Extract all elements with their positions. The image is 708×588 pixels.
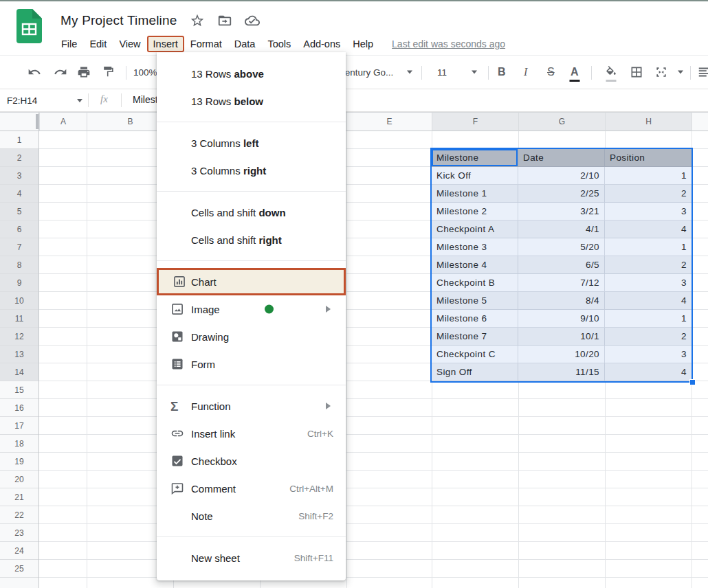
row-header-1[interactable]: 1 [0, 131, 38, 149]
table-cell-position[interactable]: 1 [605, 167, 692, 185]
sheets-logo[interactable] [16, 9, 42, 43]
row-header-25[interactable]: 25 [0, 560, 38, 578]
paint-format-icon[interactable] [102, 66, 115, 79]
redo-icon[interactable] [54, 65, 67, 79]
row-header-6[interactable]: 6 [0, 220, 38, 238]
italic-button[interactable]: I [524, 66, 527, 78]
menu-item-form[interactable]: Form [157, 350, 346, 378]
table-cell-date[interactable]: 7/12 [518, 274, 605, 292]
print-icon[interactable] [77, 65, 91, 79]
table-cell-position[interactable]: 1 [605, 310, 692, 328]
column-header-F[interactable]: F [432, 113, 518, 131]
row-header-21[interactable]: 21 [0, 488, 38, 506]
font-size-caret-icon[interactable] [472, 71, 477, 74]
table-cell-milestone[interactable]: Milestone 4 [432, 256, 518, 274]
font-name-caret-icon[interactable] [407, 71, 412, 74]
menubar-item-tools[interactable]: Tools [261, 36, 297, 52]
row-header-20[interactable]: 20 [0, 471, 38, 488]
table-cell-date[interactable]: 10/1 [518, 328, 605, 346]
strikethrough-button[interactable]: S [547, 66, 555, 78]
borders-icon[interactable] [630, 65, 643, 79]
merge-cells-icon[interactable] [654, 65, 668, 79]
select-all-corner[interactable] [0, 113, 39, 131]
row-header-11[interactable]: 11 [0, 310, 38, 328]
font-size-select[interactable]: 11 [437, 67, 447, 78]
table-cell-date[interactable]: 4/1 [518, 220, 605, 238]
table-cell-date[interactable]: 11/15 [518, 363, 605, 381]
row-header-13[interactable]: 13 [0, 346, 38, 363]
table-cell-position[interactable]: 4 [605, 292, 692, 310]
menu-item-3-columns-right[interactable]: 3 Columns right [157, 157, 346, 184]
row-header-18[interactable]: 18 [0, 435, 38, 453]
menubar-item-addons[interactable]: Add-ons [297, 36, 346, 52]
table-cell-milestone[interactable]: Checkpoint A [432, 220, 518, 238]
table-cell-date[interactable]: 2/10 [518, 167, 605, 185]
table-header-cell-position[interactable]: Position [605, 149, 692, 167]
row-header-24[interactable]: 24 [0, 542, 38, 560]
column-header-H[interactable]: H [605, 113, 692, 131]
table-cell-date[interactable]: 2/25 [518, 185, 605, 203]
table-cell-position[interactable]: 2 [605, 185, 692, 203]
table-cell-milestone[interactable]: Milestone 5 [432, 292, 518, 310]
menubar-item-help[interactable]: Help [346, 36, 379, 52]
folder-move-icon[interactable] [217, 13, 232, 28]
menu-item-note[interactable]: NoteShift+F2 [157, 502, 346, 530]
menubar-item-view[interactable]: View [113, 36, 146, 52]
table-cell-position[interactable]: 2 [605, 256, 692, 274]
menu-item-image[interactable]: Image [157, 295, 346, 323]
table-cell-position[interactable]: 3 [605, 346, 692, 363]
menubar-item-data[interactable]: Data [228, 36, 262, 52]
menu-item-new-sheet[interactable]: New sheetShift+F11 [157, 544, 346, 572]
table-cell-milestone[interactable]: Sign Off [432, 363, 518, 381]
merge-cells-caret-icon[interactable] [678, 71, 683, 74]
row-header-14[interactable]: 14 [0, 363, 38, 381]
selected-range-table[interactable]: MilestoneDatePositionKick Off2/101Milest… [430, 148, 693, 383]
row-header-9[interactable]: 9 [0, 274, 38, 292]
menu-item-13-rows-below[interactable]: 13 Rows below [157, 87, 346, 115]
bold-button[interactable]: B [498, 66, 506, 78]
table-cell-date[interactable]: 5/20 [518, 238, 605, 256]
fill-color-icon[interactable] [605, 66, 617, 78]
menu-item-cells-and-shift-down[interactable]: Cells and shift down [157, 199, 346, 226]
row-header-16[interactable]: 16 [0, 399, 38, 417]
row-header-17[interactable]: 17 [0, 417, 38, 435]
table-cell-milestone[interactable]: Milestone 2 [432, 203, 518, 220]
table-cell-milestone[interactable]: Kick Off [432, 167, 518, 185]
row-header-22[interactable]: 22 [0, 506, 38, 524]
menu-item-insert-link[interactable]: Insert linkCtrl+K [157, 420, 346, 447]
row-header-8[interactable]: 8 [0, 256, 38, 274]
row-header-partial[interactable] [0, 578, 38, 588]
zoom-level[interactable]: 100% [133, 67, 157, 78]
table-cell-position[interactable]: 4 [605, 220, 692, 238]
column-header-A[interactable]: A [39, 113, 87, 131]
row-header-19[interactable]: 19 [0, 453, 38, 471]
table-cell-milestone[interactable]: Milestone 7 [432, 328, 518, 346]
column-header-G[interactable]: G [518, 113, 605, 131]
table-cell-position[interactable]: 2 [605, 328, 692, 346]
table-cell-milestone[interactable]: Checkpoint B [432, 274, 518, 292]
row-header-4[interactable]: 4 [0, 185, 38, 203]
table-cell-date[interactable]: 6/5 [518, 256, 605, 274]
table-cell-position[interactable]: 3 [605, 274, 692, 292]
menu-item-13-rows-above[interactable]: 13 Rows above [157, 60, 346, 87]
text-color-button[interactable]: A [571, 66, 579, 78]
menubar-item-edit[interactable]: Edit [83, 36, 113, 52]
table-cell-milestone[interactable]: Milestone 1 [432, 185, 518, 203]
menubar-item-format[interactable]: Format [184, 36, 228, 52]
column-header-partial[interactable] [692, 113, 708, 131]
align-icon[interactable] [697, 65, 708, 80]
table-cell-date[interactable]: 8/4 [518, 292, 605, 310]
document-title[interactable]: My Project Timeline [60, 13, 177, 28]
menu-item-comment[interactable]: CommentCtrl+Alt+M [157, 475, 346, 502]
last-edit-status[interactable]: Last edit was seconds ago [392, 38, 505, 49]
table-cell-date[interactable]: 10/20 [518, 346, 605, 363]
row-header-5[interactable]: 5 [0, 203, 38, 220]
row-header-3[interactable]: 3 [0, 167, 38, 185]
row-header-7[interactable]: 7 [0, 238, 38, 256]
table-cell-milestone[interactable]: Checkpoint C [432, 346, 518, 363]
star-icon[interactable] [190, 13, 205, 28]
font-name-select[interactable]: Century Go... [338, 67, 393, 78]
menubar-item-insert[interactable]: Insert [147, 36, 184, 52]
column-header-E[interactable]: E [346, 113, 432, 131]
undo-icon[interactable] [27, 65, 41, 79]
